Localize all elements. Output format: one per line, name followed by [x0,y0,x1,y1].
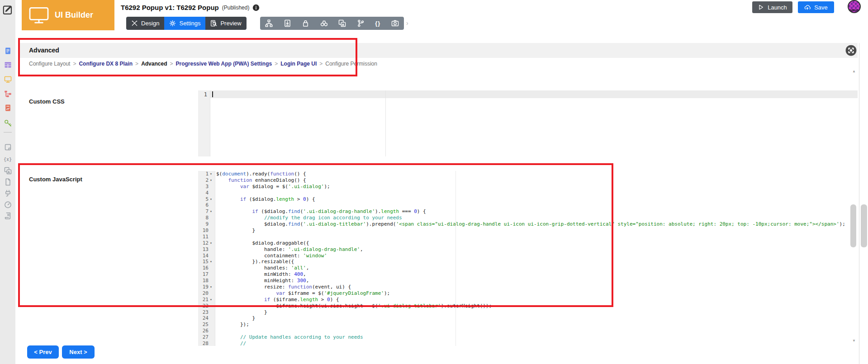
lock-icon[interactable] [302,19,309,27]
line-number: 26 [198,328,209,334]
code-line: 9 $dialog.find('.ui-dialog-titlebar').pr… [198,221,858,227]
code-line: 5▾ if ($dialog.length > 0) { [198,196,858,203]
fold-gutter [209,290,215,297]
branch-icon[interactable] [357,19,365,27]
code-text: resize: function(event, ui) { [215,284,351,290]
avatar[interactable]: admin [848,0,861,13]
line-number: 1 [198,171,209,177]
launch-label: Launch [768,4,787,11]
fold-toggle-icon[interactable]: ▾ [209,196,215,203]
import-document-icon[interactable] [284,19,291,27]
code-text: handles: 'all', [215,265,309,271]
code-line: 24 } [198,315,858,321]
breadcrumb-separator: > [275,61,278,67]
scroll-up-icon[interactable]: ▲ [851,69,857,73]
info-icon[interactable] [252,4,260,11]
gauge-icon [4,201,12,208]
custom-js-editor[interactable]: 1▾$(document).ready(function() {2▾ funct… [198,171,858,346]
sidebar-document-icon[interactable] [0,46,15,56]
gear-icon [169,20,176,27]
sidebar-monitor-icon[interactable] [0,74,15,84]
code-text: $(document).ready(function() { [215,171,306,177]
sidebar-script-icon[interactable] [0,211,15,221]
fullscreen-icon[interactable] [845,45,857,56]
line-number: 20 [198,290,209,297]
fold-gutter [209,321,215,328]
fold-toggle-icon[interactable]: ▾ [209,240,215,246]
custom-js-label: Custom JavaScript [29,176,82,183]
code-line: 22 $iframe.height(ui.size.height - $('.u… [198,303,858,309]
fold-toggle-icon[interactable]: ▾ [209,284,215,290]
key-icon [4,119,12,127]
custom-css-editor[interactable]: 1 [198,90,858,156]
fold-gutter [209,190,215,196]
sidebar-table-icon[interactable] [0,60,15,70]
fold-toggle-icon[interactable]: ▾ [209,177,215,184]
code-line: 17 minWidth: 400, [198,271,858,278]
breadcrumb-item[interactable]: Progressive Web App (PWA) Settings [176,61,272,67]
cloud-upload-icon [804,4,811,10]
launch-button[interactable]: Launch [752,1,792,13]
sidebar-translate-icon[interactable] [0,165,15,175]
line-number: 1 [204,91,207,98]
editor-scrollbar-thumb[interactable] [850,204,856,247]
monitor-logo-icon [29,7,49,24]
breadcrumb-item[interactable]: Login Page UI [280,61,317,67]
sidebar-edit-icon[interactable] [0,5,15,14]
code-text: } [215,315,255,321]
code-line: 20 var $iframe = $('#jqueryDialogFrame')… [198,290,858,297]
line-number: 5 [198,196,209,203]
sitemap-icon[interactable] [265,19,273,27]
code-text: }); [215,321,249,328]
breadcrumb-item[interactable]: Configure DX 8 Plain [79,61,133,67]
chevron-right-icon[interactable]: › [406,19,408,27]
prev-button[interactable]: < Prev [27,345,59,359]
line-number: 11 [198,234,209,240]
code-text: var $iframe = $('#jqueryDialogFrame'); [215,290,390,297]
sidebar-flow-icon[interactable] [0,89,15,99]
plugin-icon [4,189,12,197]
code-text: // [215,340,246,346]
fold-toggle-icon[interactable]: ▾ [209,208,215,215]
code-line: 11 [198,234,858,240]
tab-label: Preview [220,20,241,27]
breadcrumb-separator: > [170,61,173,67]
code-line: 3 var $dialog = $('.ui-dialog'); [198,184,858,190]
braces-icon[interactable]: {} [375,20,380,27]
breadcrumb: Configure Layout>Configure DX 8 Plain>Ad… [29,61,377,67]
code-text: $dialog.find('.ui-dialog-titlebar').prep… [215,221,845,227]
fold-toggle-icon[interactable]: ▾ [209,259,215,265]
sidebar-expression-icon[interactable]: {x} [0,154,15,164]
binoculars-icon[interactable] [320,19,328,27]
edit-icon [2,4,14,15]
tab-preview[interactable]: Preview [205,17,246,30]
page-scrollbar-thumb[interactable] [861,204,867,247]
tab-design[interactable]: Design [126,17,164,30]
save-button[interactable]: Save [798,1,834,13]
sidebar-page-icon[interactable] [0,177,15,187]
print-margin-ruler [455,171,456,346]
preview-icon [210,20,217,27]
line-number: 21 [198,297,209,303]
line-number: 15 [198,259,209,265]
line-number: 9 [198,221,209,227]
sidebar-plugin-icon[interactable] [0,188,15,198]
fold-gutter [209,184,215,190]
script-icon [4,212,12,220]
section-header-bar [18,43,858,58]
camera-icon[interactable] [391,19,399,27]
scroll-down-icon[interactable]: ▼ [851,339,857,343]
tab-settings[interactable]: Settings [164,17,205,30]
code-line: 13 handle: '.ui-dialog-drag-handle', [198,246,858,253]
localization-icon[interactable] [338,19,346,27]
line-number: 23 [198,309,209,316]
next-button[interactable]: Next > [62,345,95,359]
sidebar-report-icon[interactable] [0,103,15,113]
sidebar-note-icon[interactable] [0,142,15,152]
fold-toggle-icon[interactable]: ▾ [209,171,215,177]
sidebar-gauge-icon[interactable] [0,199,15,209]
sidebar-key-icon[interactable] [0,118,15,128]
fold-toggle-icon[interactable]: ▾ [209,297,215,303]
flow-icon [4,90,12,98]
title-row: T6292 Popup v1: T6292 Popup (Published) [121,4,260,11]
